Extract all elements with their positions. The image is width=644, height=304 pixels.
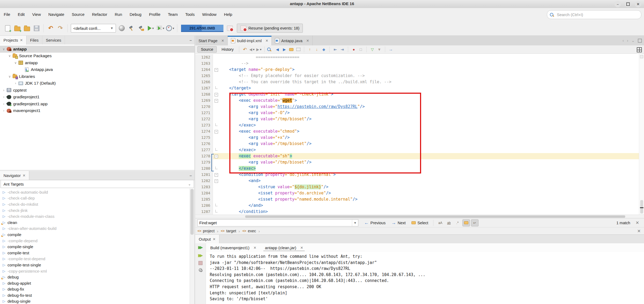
- rectangular-selection-icon[interactable]: [295, 46, 301, 52]
- ant-settings-icon[interactable]: [199, 268, 203, 272]
- minimize-panel-icon[interactable]: –: [190, 38, 192, 42]
- ant-target-check-module-main-class[interactable]: ▷-check-module-main-class: [0, 213, 194, 219]
- profiler-point-button[interactable]: [225, 23, 234, 33]
- rerun-build-icon[interactable]: ▶▶: [198, 245, 203, 250]
- run-project-button[interactable]: ▾: [146, 23, 155, 33]
- fold-collapse-icon[interactable]: −: [215, 68, 218, 72]
- output-tab-antapp-clean-jar[interactable]: antapp (clean,jar)✕: [261, 243, 308, 252]
- split-document-icon[interactable]: [637, 47, 642, 52]
- ant-target-debug-fix[interactable]: ▷debug-fix: [0, 286, 194, 292]
- highlight-matches-icon[interactable]: [288, 46, 295, 52]
- close-icon[interactable]: ✕: [221, 39, 224, 43]
- tab-output[interactable]: Output ✕: [195, 235, 219, 244]
- close-icon[interactable]: ✕: [635, 1, 641, 7]
- last-edit-position-icon[interactable]: ↶: [242, 46, 248, 52]
- breadcrumb-item-exec[interactable]: <>exec: [242, 229, 256, 233]
- previous-matching-word-icon[interactable]: ▽: [369, 46, 376, 52]
- document-list-icon[interactable]: ⌄: [631, 38, 635, 43]
- expander-icon[interactable]: ›: [13, 81, 18, 85]
- editor-tab-start-page[interactable]: Start Page✕: [195, 36, 228, 45]
- stop-macro-recording-icon[interactable]: □: [358, 46, 364, 52]
- ant-target-clean[interactable]: ▷clean: [0, 219, 194, 226]
- search-input[interactable]: [556, 12, 638, 17]
- ant-target-debug[interactable]: ▷debug: [0, 274, 194, 280]
- fold-collapse-icon[interactable]: −: [215, 173, 218, 177]
- tree-item-antapp[interactable]: ∨antapp: [0, 46, 194, 53]
- close-icon[interactable]: ✕: [306, 39, 309, 43]
- menu-tools[interactable]: Tools: [182, 8, 198, 21]
- redo-button[interactable]: ↷: [56, 23, 65, 33]
- close-find-bar-icon[interactable]: ✕: [636, 220, 639, 225]
- ant-target-copy-persistence-xml[interactable]: ▷-copy-persistence-xml: [0, 268, 194, 274]
- horizontal-scrollbar-thumb[interactable]: [245, 215, 625, 218]
- back-icon[interactable]: ◀▾: [249, 46, 255, 52]
- next-bookmark-icon[interactable]: ↓: [314, 46, 320, 52]
- toggle-bookmark-icon[interactable]: ◆: [321, 46, 327, 52]
- fold-collapse-icon[interactable]: −: [215, 155, 218, 158]
- configuration-select[interactable]: <default confi... ▼: [71, 24, 116, 32]
- whole-words-toggle[interactable]: ab: [445, 219, 453, 226]
- navigator-scrollbar[interactable]: [190, 189, 194, 304]
- minimize-icon[interactable]: –: [614, 1, 621, 7]
- close-icon[interactable]: ✕: [265, 39, 268, 43]
- error-badge-icon[interactable]: [640, 55, 643, 58]
- fold-collapse-icon[interactable]: −: [215, 93, 218, 96]
- navigator-view-select[interactable]: Ant Targets ⌄: [1, 180, 194, 188]
- maximize-icon[interactable]: [625, 1, 631, 7]
- tab-services[interactable]: Services: [42, 36, 65, 45]
- open-project-button[interactable]: [22, 23, 31, 33]
- editor-tab-antapp-java[interactable]: Antapp.java✕: [272, 36, 312, 45]
- ant-target-compile-depend[interactable]: ▷-compile-depend: [0, 238, 194, 244]
- expander-icon[interactable]: ∨: [2, 47, 6, 51]
- close-icon[interactable]: ✕: [20, 38, 23, 42]
- menu-profile[interactable]: Profile: [145, 8, 164, 21]
- shift-right-icon[interactable]: ⇥: [339, 46, 345, 52]
- highlight-results-toggle[interactable]: [462, 219, 470, 226]
- breadcrumb-item-project[interactable]: <>project: [197, 229, 215, 233]
- close-icon[interactable]: ✕: [213, 237, 216, 241]
- source-view-button[interactable]: Source: [197, 46, 217, 53]
- find-next-button[interactable]: → Next: [391, 220, 406, 226]
- close-breadcrumb-icon[interactable]: ✕: [637, 229, 641, 234]
- scroll-tabs-left-icon[interactable]: ‹: [623, 38, 624, 43]
- ant-target-debug-single[interactable]: ▷debug-single: [0, 298, 194, 304]
- menu-edit[interactable]: Edit: [14, 8, 28, 21]
- tree-item-antapp-java[interactable]: Antapp.java: [0, 66, 194, 73]
- select-matches-button[interactable]: Select: [411, 221, 428, 225]
- menu-help[interactable]: Help: [220, 8, 236, 21]
- new-file-button[interactable]: [3, 23, 12, 33]
- wrap-search-toggle[interactable]: ↩: [471, 219, 479, 226]
- new-project-button[interactable]: [13, 23, 22, 33]
- ant-target-check-do-mkdist[interactable]: ▷-check-do-mkdist: [0, 201, 194, 207]
- quick-search[interactable]: [547, 10, 641, 19]
- expander-icon[interactable]: ∨: [13, 61, 18, 65]
- menu-view[interactable]: View: [28, 8, 45, 21]
- fold-collapse-icon[interactable]: −: [215, 130, 218, 133]
- tree-item-libraries[interactable]: ∨Libraries: [0, 73, 194, 80]
- chevron-down-icon[interactable]: ▼: [352, 220, 358, 226]
- breadcrumb-item-target[interactable]: <>target: [221, 229, 236, 233]
- menu-run[interactable]: Run: [111, 8, 126, 21]
- close-icon[interactable]: ✕: [300, 246, 303, 250]
- fold-collapse-icon[interactable]: −: [215, 179, 218, 183]
- tree-item-gradleproject1[interactable]: ›gradleproject1: [0, 94, 194, 101]
- memory-usage-bar[interactable]: 291.4/590.0MB: [181, 25, 223, 32]
- menu-team[interactable]: Team: [164, 8, 182, 21]
- jump-last-caret-icon[interactable]: →: [388, 46, 394, 52]
- menu-debug[interactable]: Debug: [126, 8, 145, 21]
- expander-icon[interactable]: ›: [2, 102, 6, 106]
- history-view-button[interactable]: History: [218, 46, 237, 52]
- ant-target-compile-single[interactable]: ▷compile-single: [0, 244, 194, 250]
- ant-target-check-call-dep[interactable]: ▷-check-call-dep: [0, 195, 194, 201]
- debug-project-button[interactable]: ▾: [156, 23, 165, 33]
- stop-build-icon[interactable]: [198, 261, 203, 265]
- tree-item-jdk-17-default[interactable]: ›JDK 17 (Default): [0, 80, 194, 87]
- ant-target-check-jlink[interactable]: ▷-check-jlink: [0, 207, 194, 213]
- forward-icon[interactable]: ▶▾: [256, 46, 262, 52]
- vertical-scrollbar-thumb[interactable]: [640, 200, 643, 213]
- ant-target-compile-test[interactable]: ▷compile-test: [0, 250, 194, 256]
- maximize-editor-icon[interactable]: [638, 39, 642, 43]
- ant-target-compile-test-single[interactable]: ▷compile-test-single: [0, 262, 194, 268]
- code-editor[interactable]: 1262 ==================1263 -->1264− <ta…: [195, 54, 644, 215]
- rerun-with-options-icon[interactable]: ▶▶: [198, 253, 203, 258]
